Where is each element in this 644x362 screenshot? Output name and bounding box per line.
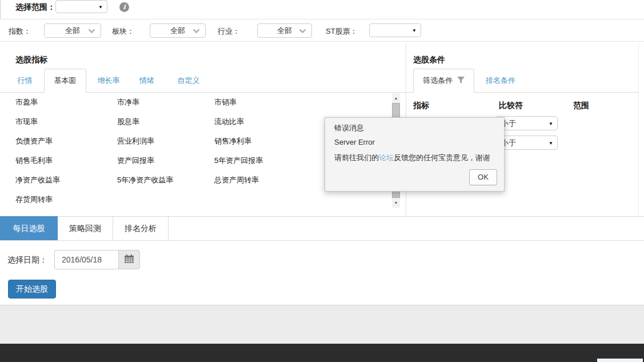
- indicator-column-header: 指标: [413, 101, 429, 111]
- index-label: 指数：: [9, 26, 31, 37]
- info-icon[interactable]: i: [119, 2, 129, 12]
- dropdown-arrow-icon: ▼: [549, 117, 553, 130]
- right-edge-border: [638, 43, 639, 216]
- tab-fundamentals[interactable]: 基本面: [44, 69, 86, 93]
- bottom-right-strip: [597, 359, 643, 362]
- dropdown-arrow-icon: ▼: [412, 28, 417, 33]
- range-select[interactable]: ▼: [55, 0, 107, 13]
- tab-ranking-conditions[interactable]: 排名条件: [483, 69, 518, 93]
- dialog-message: 请前往我们的论坛反馈您的任何宝贵意见，谢谢: [334, 153, 490, 163]
- indicator-item[interactable]: 净资产收益率: [15, 170, 60, 190]
- conditions-panel-title: 选股条件: [413, 55, 445, 65]
- forum-link[interactable]: 论坛: [379, 153, 394, 162]
- tab-custom[interactable]: 自定义: [175, 69, 202, 93]
- range-column-header: 范围: [573, 101, 589, 111]
- industry-label: 行业：: [218, 26, 240, 37]
- range-label: 选择范围：: [15, 2, 55, 13]
- footer-dark-bar: [0, 344, 644, 362]
- indicator-item[interactable]: 销售净利率: [214, 132, 263, 151]
- comparator-select[interactable]: 小于 ▼: [496, 116, 558, 130]
- indicator-item[interactable]: 市销率: [214, 93, 263, 112]
- indicator-item[interactable]: 流动比率: [214, 112, 263, 132]
- error-dialog: 错误消息 Server Error 请前往我们的论坛反馈您的任何宝贵意见，谢谢 …: [325, 117, 505, 192]
- tab-ranking-analysis[interactable]: 排名分析: [113, 217, 169, 240]
- indicator-item[interactable]: 市净率: [117, 93, 173, 112]
- st-stock-label: ST股票：: [326, 26, 358, 37]
- dropdown-arrow-icon: ▼: [549, 137, 553, 150]
- dialog-title: 错误消息: [334, 123, 364, 133]
- chevron-down-icon: [88, 24, 95, 37]
- dialog-error-text: Server Error: [334, 138, 375, 146]
- tab-filter-conditions[interactable]: 筛选条件: [413, 69, 474, 93]
- chevron-down-icon: [193, 24, 200, 37]
- start-screening-button[interactable]: 开始选股: [8, 280, 56, 299]
- chevron-down-icon: [299, 24, 306, 37]
- scroll-down-button[interactable]: ▼: [392, 198, 400, 208]
- dialog-message-prefix: 请前往我们的: [334, 153, 379, 162]
- tab-sentiment[interactable]: 情绪: [133, 69, 161, 93]
- indicator-item[interactable]: 负债资产率: [15, 132, 60, 151]
- tab-strategy-backtest[interactable]: 策略回测: [58, 217, 113, 240]
- scroll-up-button[interactable]: ▲: [392, 93, 400, 103]
- comparator-column-header: 比较符: [499, 101, 523, 111]
- indicator-item[interactable]: 5年净资产收益率: [117, 170, 173, 190]
- indicator-item[interactable]: 股息率: [117, 112, 173, 132]
- tab-growth[interactable]: 增长率: [95, 69, 122, 93]
- dropdown-arrow-icon: ▼: [98, 4, 103, 9]
- comparator-select[interactable]: 小于 ▼: [496, 136, 558, 150]
- tab-filter-conditions-label: 筛选条件: [423, 76, 453, 85]
- indicators-panel-title: 选股指标: [15, 55, 47, 65]
- indicator-item[interactable]: 市盈率: [15, 93, 60, 112]
- tab-quotes[interactable]: 行情: [11, 69, 38, 93]
- indicator-column-3: 市销率 流动比率 销售净利率 5年资产回报率 总资产周转率: [214, 93, 263, 190]
- sector-label: 板块：: [112, 26, 134, 37]
- indicator-item[interactable]: 销售毛利率: [15, 151, 60, 170]
- calendar-icon: [125, 254, 134, 265]
- index-select-value: 全部: [65, 26, 80, 35]
- indicator-item[interactable]: 市现率: [15, 112, 60, 132]
- indicator-column-1: 市盈率 市现率 负债资产率 销售毛利率 净资产收益率 存货周转率: [15, 93, 60, 209]
- date-label: 选择日期：: [7, 255, 47, 265]
- calendar-button[interactable]: [118, 250, 140, 269]
- indicator-item[interactable]: 5年资产回报率: [214, 151, 263, 170]
- st-stock-select[interactable]: ▼: [369, 23, 421, 37]
- indicator-item[interactable]: 存货周转率: [15, 190, 60, 209]
- index-select[interactable]: 全部: [44, 23, 101, 38]
- filter-icon: [457, 76, 465, 85]
- dialog-message-suffix: 反馈您的任何宝贵意见，谢谢: [394, 153, 490, 162]
- indicator-item[interactable]: 资产回报率: [117, 151, 173, 170]
- date-input-group: [54, 250, 140, 269]
- bottom-tabbar-bottom-border: [0, 240, 644, 241]
- indicator-item[interactable]: 总资产周转率: [214, 170, 263, 190]
- indicator-item[interactable]: 营业利润率: [117, 132, 173, 151]
- sector-select-value: 全部: [170, 26, 185, 35]
- sector-select[interactable]: 全部: [150, 23, 206, 38]
- industry-select[interactable]: 全部: [257, 23, 312, 38]
- footer-gray-area: [0, 305, 644, 344]
- indicator-column-2: 市净率 股息率 营业利润率 资产回报率 5年净资产收益率: [117, 93, 173, 190]
- industry-select-value: 全部: [277, 26, 292, 35]
- ok-button[interactable]: OK: [469, 169, 497, 185]
- date-input[interactable]: [54, 250, 118, 269]
- tab-daily-stock-pick[interactable]: 每日选股: [0, 216, 58, 240]
